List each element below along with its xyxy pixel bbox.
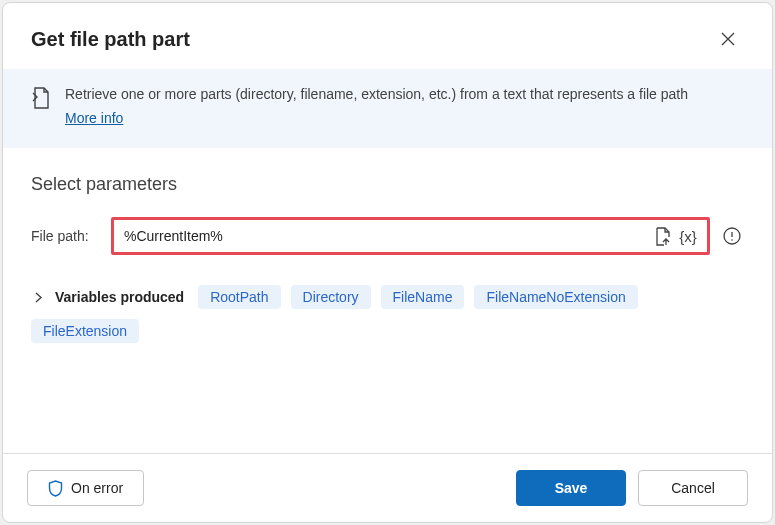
file-picker-icon[interactable]	[651, 225, 673, 247]
file-path-row: File path: {x}	[31, 217, 744, 255]
file-path-label: File path:	[31, 228, 101, 244]
save-button[interactable]: Save	[516, 470, 626, 506]
cancel-button[interactable]: Cancel	[638, 470, 748, 506]
cancel-label: Cancel	[671, 480, 715, 496]
dialog: Get file path part Retrieve one or more …	[2, 2, 773, 523]
section-title: Select parameters	[31, 174, 744, 195]
on-error-label: On error	[71, 480, 123, 496]
chip-fileextension[interactable]: FileExtension	[31, 319, 139, 343]
chip-filename[interactable]: FileName	[381, 285, 465, 309]
info-text: Retrieve one or more parts (directory, f…	[65, 85, 688, 128]
svg-point-2	[731, 239, 733, 241]
save-label: Save	[555, 480, 588, 496]
footer-right: Save Cancel	[516, 470, 748, 506]
chevron-right-icon[interactable]	[31, 290, 45, 304]
dialog-header: Get file path part	[3, 3, 772, 69]
on-error-button[interactable]: On error	[27, 470, 144, 506]
dialog-body: Select parameters File path: {x}	[3, 148, 772, 453]
chip-filenamenoext[interactable]: FileNameNoExtension	[474, 285, 637, 309]
variables-produced-row: Variables produced RootPath Directory Fi…	[31, 285, 744, 343]
info-banner: Retrieve one or more parts (directory, f…	[3, 69, 772, 148]
file-icon	[31, 87, 51, 113]
file-path-input[interactable]	[124, 228, 647, 244]
dialog-description: Retrieve one or more parts (directory, f…	[65, 86, 688, 102]
dialog-title: Get file path part	[31, 28, 190, 51]
help-icon[interactable]	[720, 224, 744, 248]
close-icon	[721, 32, 735, 46]
more-info-link[interactable]: More info	[65, 109, 123, 129]
file-path-input-wrap: {x}	[111, 217, 710, 255]
close-button[interactable]	[712, 23, 744, 55]
chip-rootpath[interactable]: RootPath	[198, 285, 280, 309]
dialog-footer: On error Save Cancel	[3, 453, 772, 522]
variable-picker-icon[interactable]: {x}	[677, 225, 699, 247]
shield-icon	[48, 480, 63, 497]
chip-directory[interactable]: Directory	[291, 285, 371, 309]
variables-produced-label: Variables produced	[55, 289, 184, 305]
